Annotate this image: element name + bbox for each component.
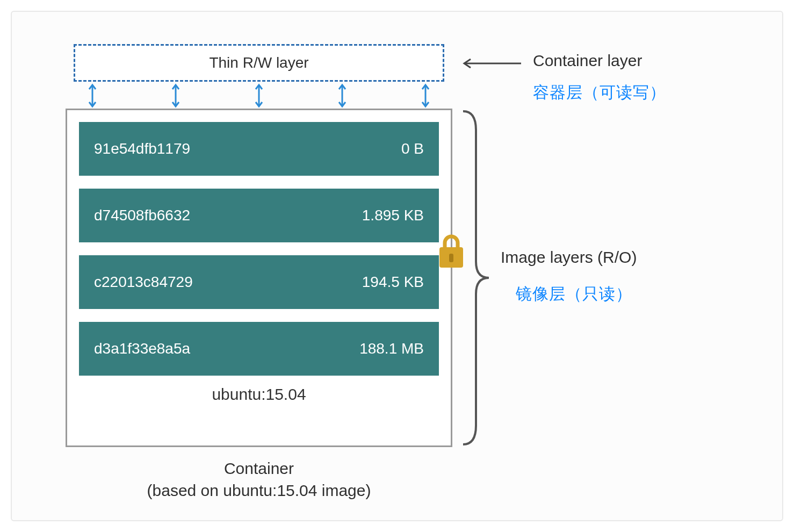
container-layer-label: Container layer	[533, 52, 642, 70]
double-arrow-icon	[337, 83, 348, 109]
brace-icon	[458, 109, 490, 447]
layer-size: 1.895 KB	[362, 207, 424, 224]
image-layer-row: 91e54dfb1179 0 B	[79, 122, 439, 176]
layer-size: 194.5 KB	[362, 274, 424, 291]
image-layer-row: d3a1f33e8a5a 188.1 MB	[79, 322, 439, 376]
image-layer-row: c22013c84729 194.5 KB	[79, 255, 439, 309]
svg-rect-7	[449, 254, 453, 262]
image-tag-label: ubuntu:15.04	[79, 385, 439, 404]
image-layers-box: 91e54dfb1179 0 B d74508fb6632 1.895 KB c…	[66, 109, 452, 447]
double-arrow-icon	[87, 83, 98, 109]
caption-line-2: (based on ubuntu:15.04 image)	[66, 480, 452, 502]
double-arrow-icon	[254, 83, 264, 109]
layer-id: 91e54dfb1179	[94, 140, 190, 157]
caption-line-1: Container	[66, 458, 452, 480]
layer-size: 188.1 MB	[359, 340, 424, 357]
layer-id: c22013c84729	[94, 274, 193, 291]
arrow-left-icon	[458, 58, 522, 69]
layer-id: d74508fb6632	[94, 207, 190, 224]
image-layers-label-zh: 镜像层（只读）	[516, 283, 632, 305]
layer-id: d3a1f33e8a5a	[94, 340, 190, 357]
image-layers-label: Image layers (R/O)	[501, 248, 637, 267]
thin-rw-layer-label: Thin R/W layer	[209, 54, 308, 71]
double-arrow-icon	[170, 83, 181, 109]
diagram-frame: Thin R/W layer Container layer 容器层（可读写） …	[11, 11, 783, 521]
bidirectional-arrows	[87, 83, 431, 109]
container-layer-label-zh: 容器层（可读写）	[533, 82, 666, 104]
caption: Container (based on ubuntu:15.04 image)	[66, 458, 452, 501]
layer-size: 0 B	[401, 140, 424, 157]
double-arrow-icon	[420, 83, 431, 109]
image-layer-row: d74508fb6632 1.895 KB	[79, 189, 439, 242]
thin-rw-layer: Thin R/W layer	[74, 44, 444, 82]
